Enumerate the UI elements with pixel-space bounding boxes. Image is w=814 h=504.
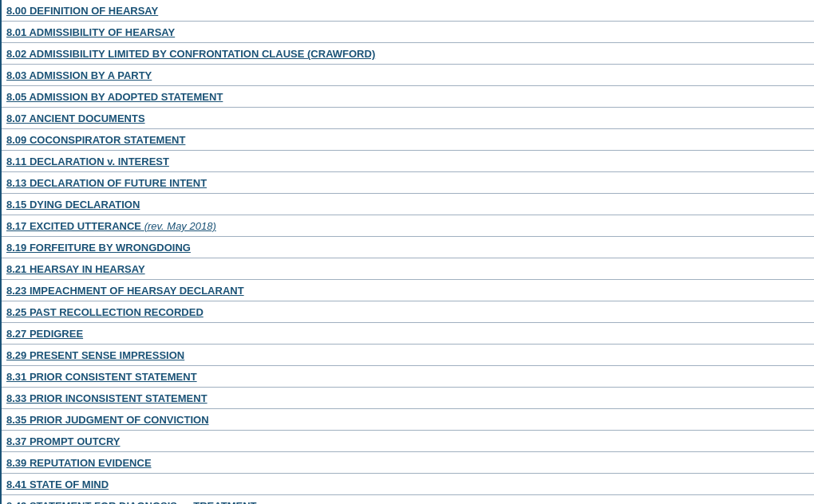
toc-row: 8.00 DEFINITION OF HEARSAY	[1, 0, 814, 22]
toc-cell: 8.37 PROMPT OUTCRY	[1, 431, 814, 452]
toc-row: 8.17 EXCITED UTTERANCE (rev. May 2018)	[1, 215, 814, 237]
toc-row: 8.27 PEDIGREE	[1, 323, 814, 345]
toc-row: 8.39 REPUTATION EVIDENCE	[1, 452, 814, 474]
toc-cell: 8.27 PEDIGREE	[1, 323, 814, 345]
toc-cell: 8.15 DYING DECLARATION	[1, 194, 814, 215]
toc-row: 8.05 ADMISSION BY ADOPTED STATEMENT	[1, 86, 814, 108]
toc-cell: 8.25 PAST RECOLLECTION RECORDED	[1, 301, 814, 323]
toc-cell: 8.13 DECLARATION OF FUTURE INTENT	[1, 172, 814, 194]
toc-cell: 8.43 STATEMENT FOR DIAGNOSIS or TREATMEN…	[1, 495, 814, 505]
item-825[interactable]: 8.25 PAST RECOLLECTION RECORDED	[6, 306, 204, 318]
item-805[interactable]: 8.05 ADMISSION BY ADOPTED STATEMENT	[6, 91, 223, 103]
toc-cell: 8.21 HEARSAY IN HEARSAY	[1, 258, 814, 280]
toc-row: 8.07 ANCIENT DOCUMENTS	[1, 108, 814, 129]
toc-row: 8.03 ADMISSION BY A PARTY	[1, 65, 814, 86]
item-837[interactable]: 8.37 PROMPT OUTCRY	[6, 435, 121, 447]
toc-row: 8.11 DECLARATION v. INTEREST	[1, 151, 814, 172]
toc-row: 8.01 ADMISSIBILITY OF HEARSAY	[1, 22, 814, 43]
toc-row: 8.43 STATEMENT FOR DIAGNOSIS or TREATMEN…	[1, 495, 814, 505]
item-823[interactable]: 8.23 IMPEACHMENT OF HEARSAY DECLARANT	[6, 285, 244, 297]
toc-row: 8.29 PRESENT SENSE IMPRESSION	[1, 345, 814, 366]
toc-row: 8.33 PRIOR INCONSISTENT STATEMENT	[1, 388, 814, 409]
item-809[interactable]: 8.09 COCONSPIRATOR STATEMENT	[6, 134, 185, 146]
toc-cell: 8.01 ADMISSIBILITY OF HEARSAY	[1, 22, 814, 43]
item-835[interactable]: 8.35 PRIOR JUDGMENT OF CONVICTION	[6, 414, 209, 426]
item-833[interactable]: 8.33 PRIOR INCONSISTENT STATEMENT	[6, 392, 207, 404]
toc-row: 8.02 ADMISSIBILITY LIMITED BY CONFRONTAT…	[1, 43, 814, 65]
toc-cell: 8.03 ADMISSION BY A PARTY	[1, 65, 814, 86]
toc-cell: 8.19 FORFEITURE BY WRONGDOING	[1, 237, 814, 258]
toc-row: 8.13 DECLARATION OF FUTURE INTENT	[1, 172, 814, 194]
toc-row: 8.31 PRIOR CONSISTENT STATEMENT	[1, 366, 814, 388]
item-803[interactable]: 8.03 ADMISSION BY A PARTY	[6, 69, 152, 81]
item-813[interactable]: 8.13 DECLARATION OF FUTURE INTENT	[6, 177, 207, 189]
toc-cell: 8.09 COCONSPIRATOR STATEMENT	[1, 129, 814, 151]
toc-cell: 8.07 ANCIENT DOCUMENTS	[1, 108, 814, 129]
toc-cell: 8.02 ADMISSIBILITY LIMITED BY CONFRONTAT…	[1, 43, 814, 65]
toc-row: 8.21 HEARSAY IN HEARSAY	[1, 258, 814, 280]
toc-row: 8.37 PROMPT OUTCRY	[1, 431, 814, 452]
item-841[interactable]: 8.41 STATE OF MIND	[6, 478, 109, 490]
item-821[interactable]: 8.21 HEARSAY IN HEARSAY	[6, 263, 145, 275]
toc-row: 8.41 STATE OF MIND	[1, 474, 814, 495]
toc-row: 8.25 PAST RECOLLECTION RECORDED	[1, 301, 814, 323]
item-831[interactable]: 8.31 PRIOR CONSISTENT STATEMENT	[6, 371, 197, 383]
item-827[interactable]: 8.27 PEDIGREE	[6, 328, 83, 340]
item-829[interactable]: 8.29 PRESENT SENSE IMPRESSION	[6, 349, 184, 361]
toc-cell: 8.05 ADMISSION BY ADOPTED STATEMENT	[1, 86, 814, 108]
toc-cell: 8.00 DEFINITION OF HEARSAY	[1, 0, 814, 22]
toc-row: 8.15 DYING DECLARATION	[1, 194, 814, 215]
toc-cell: 8.35 PRIOR JUDGMENT OF CONVICTION	[1, 409, 814, 431]
item-801[interactable]: 8.01 ADMISSIBILITY OF HEARSAY	[6, 26, 175, 38]
item-817[interactable]: 8.17 EXCITED UTTERANCE (rev. May 2018)	[6, 220, 216, 232]
item-800[interactable]: 8.00 DEFINITION OF HEARSAY	[6, 5, 158, 17]
item-819[interactable]: 8.19 FORFEITURE BY WRONGDOING	[6, 242, 191, 254]
toc-cell: 8.23 IMPEACHMENT OF HEARSAY DECLARANT	[1, 280, 814, 301]
item-802[interactable]: 8.02 ADMISSIBILITY LIMITED BY CONFRONTAT…	[6, 48, 375, 60]
toc-cell: 8.41 STATE OF MIND	[1, 474, 814, 495]
toc-cell: 8.33 PRIOR INCONSISTENT STATEMENT	[1, 388, 814, 409]
item-839[interactable]: 8.39 REPUTATION EVIDENCE	[6, 457, 152, 469]
toc-cell: 8.39 REPUTATION EVIDENCE	[1, 452, 814, 474]
toc-table: 8.00 DEFINITION OF HEARSAY8.01 ADMISSIBI…	[0, 0, 814, 504]
toc-cell: 8.17 EXCITED UTTERANCE (rev. May 2018)	[1, 215, 814, 237]
item-811[interactable]: 8.11 DECLARATION v. INTEREST	[6, 156, 169, 167]
item-807[interactable]: 8.07 ANCIENT DOCUMENTS	[6, 112, 145, 124]
item-843[interactable]: 8.43 STATEMENT FOR DIAGNOSIS or TREATMEN…	[6, 500, 256, 504]
toc-cell: 8.31 PRIOR CONSISTENT STATEMENT	[1, 366, 814, 388]
toc-cell: 8.11 DECLARATION v. INTEREST	[1, 151, 814, 172]
toc-row: 8.23 IMPEACHMENT OF HEARSAY DECLARANT	[1, 280, 814, 301]
toc-row: 8.19 FORFEITURE BY WRONGDOING	[1, 237, 814, 258]
toc-row: 8.35 PRIOR JUDGMENT OF CONVICTION	[1, 409, 814, 431]
toc-cell: 8.29 PRESENT SENSE IMPRESSION	[1, 345, 814, 366]
item-815[interactable]: 8.15 DYING DECLARATION	[6, 199, 140, 211]
toc-row: 8.09 COCONSPIRATOR STATEMENT	[1, 129, 814, 151]
